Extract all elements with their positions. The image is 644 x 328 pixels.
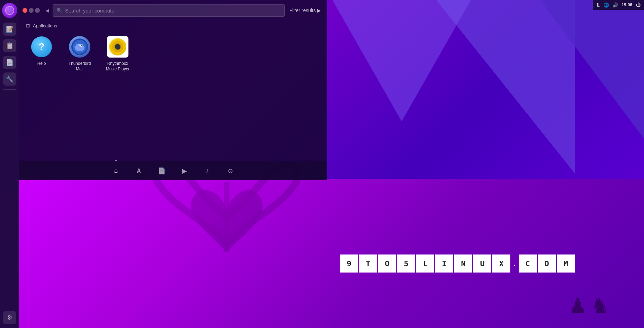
back-arrow[interactable]: ◀ [44, 6, 51, 15]
wm-n: N [454, 254, 472, 273]
chess-piece-1: ♟ [569, 293, 587, 318]
cat-video-button[interactable]: ▶ [178, 165, 191, 177]
watermark: 9 T O 5 L I N U X . C O M [340, 254, 575, 273]
app-rhythmbox-icon-wrap [106, 35, 130, 59]
help-icon: ? [31, 36, 52, 57]
files-icon: 📋 [3, 39, 16, 52]
notes-icon: 📝 [3, 23, 16, 36]
app-rhythmbox[interactable]: Rhythmbox Music Player [102, 35, 133, 72]
sidebar-app-notes[interactable]: 📝 [2, 21, 17, 37]
cat-apps-icon: A [137, 168, 141, 174]
rhythmbox-icon [107, 36, 128, 58]
desktop-bottom-area [19, 179, 644, 328]
applications-grid: ? Help [19, 31, 327, 75]
sidebar-divider [3, 89, 16, 90]
app-thunderbird[interactable]: Thunderbird Mail [64, 35, 95, 72]
cat-files-button[interactable]: 📄 [155, 165, 168, 177]
rhythmbox-svg [110, 39, 126, 55]
sidebar-app-doc[interactable]: 📄 [2, 55, 17, 70]
applications-section-label: Applications [33, 23, 57, 28]
unity-logo-inner [5, 6, 14, 15]
wm-l: L [416, 254, 434, 273]
launcher-sidebar: 📝 📋 📄 🔧 ⚙ [0, 0, 19, 328]
app-thunderbird-icon-wrap [68, 35, 92, 59]
wm-5: 5 [397, 254, 415, 273]
wm-dot: . [511, 254, 518, 273]
filter-results-button[interactable]: Filter results ▶ [287, 6, 324, 15]
cat-home-button[interactable]: ⌂ [110, 165, 122, 177]
app-help[interactable]: ? Help [26, 35, 57, 72]
settings-icon: ⚙ [3, 311, 16, 324]
cat-photos-icon: ⊙ [228, 167, 233, 175]
thunderbird-svg [71, 38, 88, 55]
sidebar-bottom-section: ⚙ [2, 310, 17, 328]
cat-home-icon: ⌂ [114, 167, 118, 174]
volume-icon[interactable]: 🔊 [612, 2, 618, 8]
power-icon[interactable]: ⏻ [636, 2, 641, 8]
filter-results-label: Filter results [289, 8, 316, 13]
app-thunderbird-name: Thunderbird Mail [64, 61, 95, 72]
search-box[interactable]: 🔍 [53, 4, 285, 17]
cat-video-icon: ▶ [182, 167, 187, 175]
svg-point-10 [117, 46, 118, 48]
window-controls [23, 8, 40, 13]
svg-point-6 [112, 41, 123, 52]
applications-section-header: ⊞ Applications [19, 21, 327, 31]
rhythmbox-inner-circle [109, 38, 126, 55]
cat-apps-button[interactable]: A [133, 165, 145, 177]
system-tray: ⇅ 🌐 🔊 19:06 ⏻ [593, 0, 644, 10]
unity-logo-button[interactable] [2, 3, 17, 18]
clock[interactable]: 19:06 [621, 2, 632, 7]
chess-piece-2: ♞ [591, 293, 609, 318]
wm-c: C [519, 254, 537, 273]
filter-arrow-icon: ▶ [317, 8, 321, 13]
wm-x: X [492, 254, 510, 273]
wm-i: I [435, 254, 453, 273]
cat-music-icon: ♪ [206, 167, 209, 174]
chess-pieces-decoration: ♟ ♞ [569, 293, 609, 318]
search-icon: 🔍 [56, 8, 62, 13]
thunderbird-icon [69, 36, 90, 58]
category-bar: ⌂ A 📄 ▶ ♪ ⊙ [19, 161, 327, 180]
doc-icon: 📄 [3, 56, 16, 69]
svg-point-9 [117, 46, 119, 48]
wm-9: 9 [340, 254, 358, 273]
cat-music-button[interactable]: ♪ [201, 165, 214, 177]
wm-om: O [538, 254, 556, 273]
close-button[interactable] [23, 8, 27, 13]
sidebar-app-extra1[interactable]: 🔧 [2, 71, 17, 87]
extra1-icon: 🔧 [3, 72, 16, 86]
wm-t: T [359, 254, 377, 273]
sidebar-app-files[interactable]: 📋 [2, 38, 17, 53]
cat-files-icon: 📄 [158, 167, 166, 175]
wm-o: O [378, 254, 396, 273]
search-input[interactable] [65, 8, 281, 14]
maximize-button[interactable] [35, 8, 40, 13]
search-topbar: ◀ 🔍 Filter results ▶ [19, 0, 327, 21]
minimize-button[interactable] [29, 8, 34, 13]
wm-u: U [473, 254, 491, 273]
sidebar-settings[interactable]: ⚙ [2, 310, 17, 325]
network-icon[interactable]: ⇅ [596, 2, 600, 8]
app-help-icon-wrap: ? [29, 35, 54, 59]
svg-point-7 [114, 43, 121, 50]
triangle-3 [332, 0, 471, 121]
cat-photos-button[interactable]: ⊙ [224, 165, 236, 177]
globe-icon[interactable]: 🌐 [603, 2, 609, 8]
app-rhythmbox-name: Rhythmbox Music Player [102, 61, 133, 72]
wm-m: M [557, 254, 575, 273]
svg-point-4 [81, 45, 82, 46]
app-help-name: Help [37, 61, 46, 67]
triangle-2 [540, 0, 644, 139]
svg-point-8 [116, 45, 120, 49]
search-panel: ◀ 🔍 Filter results ▶ ⊞ Applications ? He… [19, 0, 327, 180]
applications-section-icon: ⊞ [26, 23, 30, 28]
